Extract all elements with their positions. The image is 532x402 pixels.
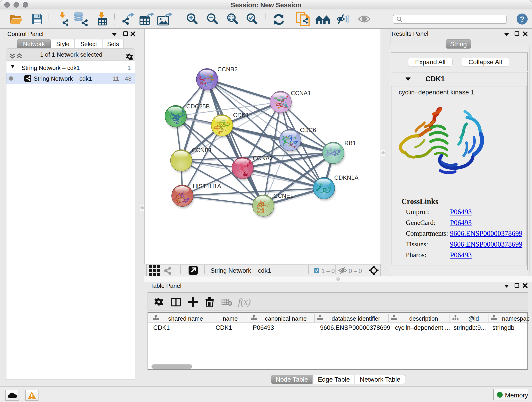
svg-text:HIST1H1A: HIST1H1A (193, 183, 221, 190)
svg-text:CDC25B: CDC25B (186, 103, 210, 110)
svg-text:CDK1: CDK1 (233, 112, 249, 119)
svg-text:CCNE1: CCNE1 (273, 192, 293, 199)
svg-text:CCNB2: CCNB2 (217, 66, 238, 73)
svg-text:RB1: RB1 (344, 140, 356, 147)
svg-text:CDC6: CDC6 (300, 127, 316, 133)
svg-text:CCNA1: CCNA1 (291, 89, 311, 96)
svg-text:CCNA2: CCNA2 (253, 155, 273, 162)
svg-text:CDKN1A: CDKN1A (334, 174, 359, 181)
svg-text:CCNB1: CCNB1 (192, 147, 212, 153)
